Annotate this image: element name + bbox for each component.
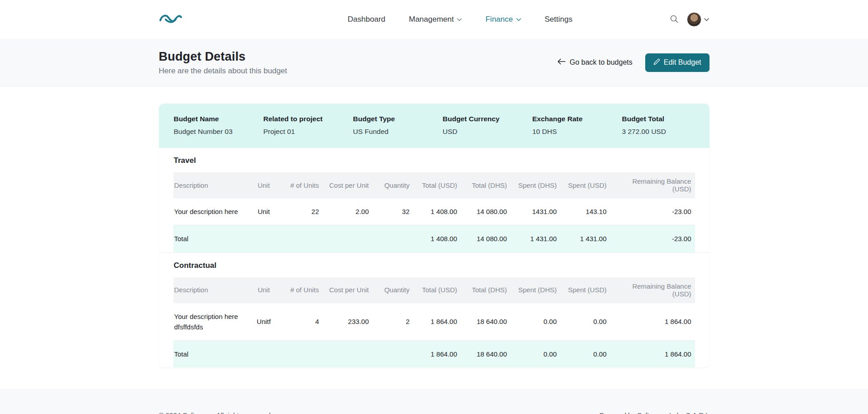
total-remaining-balance: 1 864.00 [610,341,695,368]
column-header: Total (DHS) [461,172,511,198]
section-contractual: Contractual Description Unit # of Units … [159,252,710,368]
cell-remaining-balance: -23.00 [610,198,695,225]
nav-item-settings[interactable]: Settings [545,15,572,24]
summary-field-related-project: Related to project Project 01 [264,115,353,136]
page-header: Budget Details Here are the details abou… [0,39,868,86]
logo-squiggle-icon [159,12,182,27]
summary-label: Related to project [264,115,353,123]
cell-description: Your description here dfsffdsfds [173,303,248,341]
app-logo[interactable] [159,12,182,27]
avatar [687,12,701,27]
summary-field-budget-type: Budget Type US Funded [353,115,443,136]
total-label: Total [173,341,248,368]
cell-empty [373,341,413,368]
cell-cost-per-unit: 2.00 [323,198,373,225]
main-content: Budget Name Budget Number 03 Related to … [0,86,868,389]
page-subtitle: Here are the details about this budget [159,67,288,76]
chevron-down-icon [516,18,521,21]
column-header: Cost per Unit [323,172,373,198]
cell-description: Your description here [173,198,248,225]
nav-label: Settings [545,15,572,24]
column-header: Quantity [373,277,413,303]
powered-by-text: Powered by Saftwares Labs S.A.R.L [599,411,710,414]
cell-spent-dhs: 1431.00 [511,198,561,225]
main-nav: Dashboard Management Finance Settings [280,15,572,24]
column-header: Total (USD) [413,172,461,198]
summary-field-budget-currency: Budget Currency USD [443,115,532,136]
cell-num-units: 22 [280,198,323,225]
column-header: Description [173,172,248,198]
page-footer: © 2024 Saftwares. All rights reserved. P… [0,389,868,414]
cell-total-usd: 1 864.00 [413,303,461,341]
arrow-left-icon [557,58,566,67]
cell-remaining-balance: 1 864.00 [610,303,695,341]
total-label: Total [173,225,248,252]
column-header: # of Units [280,277,323,303]
cell-spent-dhs: 0.00 [511,303,561,341]
nav-label: Management [409,15,454,24]
cell-unit: Unitf [248,303,280,341]
contractual-table: Description Unit # of Units Cost per Uni… [173,277,695,368]
cell-empty [248,225,280,252]
nav-item-finance[interactable]: Finance [485,15,521,24]
column-header: Spent (USD) [561,277,610,303]
nav-label: Finance [485,15,513,24]
go-back-link[interactable]: Go back to budgets [557,58,633,67]
total-spent-usd: 1 431.00 [561,225,610,252]
cell-empty [323,225,373,252]
chevron-down-icon [457,18,462,21]
column-header: Spent (USD) [561,172,610,198]
summary-value: US Funded [353,128,443,136]
column-header: Unit [248,277,280,303]
total-spent-usd: 0.00 [561,341,610,368]
total-spent-dhs: 1 431.00 [511,225,561,252]
cell-total-usd: 1 408.00 [413,198,461,225]
cell-empty [280,225,323,252]
summary-value: Budget Number 03 [174,128,264,136]
column-header: Total (USD) [413,277,461,303]
column-header: Remaining Balance (USD) [610,277,695,303]
column-header: Total (DHS) [461,277,511,303]
summary-label: Budget Type [353,115,443,123]
column-header: Cost per Unit [323,277,373,303]
cell-cost-per-unit: 233.00 [323,303,373,341]
edit-budget-label: Edit Budget [664,58,701,67]
cell-empty [280,341,323,368]
search-icon [670,14,679,25]
summary-label: Budget Name [174,115,264,123]
column-header: Unit [248,172,280,198]
summary-value: Project 01 [264,128,353,136]
total-dhs: 14 080.00 [461,225,511,252]
section-title: Travel [159,148,710,172]
total-usd: 1 864.00 [413,341,461,368]
search-button[interactable] [670,14,679,25]
total-row: Total 1 408.00 14 080.00 1 431.00 1 431.… [173,225,695,252]
nav-item-management[interactable]: Management [409,15,462,24]
total-row: Total 1 864.00 18 640.00 0.00 0.00 1 864… [173,341,695,368]
pencil-icon [653,58,660,67]
cell-empty [373,225,413,252]
nav-item-dashboard[interactable]: Dashboard [348,15,385,24]
table-row: Your description here Unit 22 2.00 32 1 … [173,198,695,225]
total-spent-dhs: 0.00 [511,341,561,368]
column-header: Spent (DHS) [511,172,561,198]
section-title: Contractual [159,253,710,277]
table-header-row: Description Unit # of Units Cost per Uni… [173,277,695,303]
cell-empty [248,341,280,368]
total-dhs: 18 640.00 [461,341,511,368]
cell-num-units: 4 [280,303,323,341]
summary-field-budget-name: Budget Name Budget Number 03 [174,115,264,136]
summary-label: Exchange Rate [532,115,622,123]
cell-total-dhs: 14 080.00 [461,198,511,225]
edit-budget-button[interactable]: Edit Budget [645,53,710,72]
user-menu[interactable] [687,12,709,27]
column-header: Quantity [373,172,413,198]
summary-field-budget-total: Budget Total 3 272.00 USD [622,115,710,136]
cell-spent-usd: 0.00 [561,303,610,341]
cell-total-dhs: 18 640.00 [461,303,511,341]
go-back-label: Go back to budgets [570,58,633,67]
cell-unit: Unit [248,198,280,225]
summary-field-exchange-rate: Exchange Rate 10 DHS [532,115,622,136]
summary-value: 10 DHS [532,128,622,136]
top-navbar: Dashboard Management Finance Settings [0,0,868,39]
